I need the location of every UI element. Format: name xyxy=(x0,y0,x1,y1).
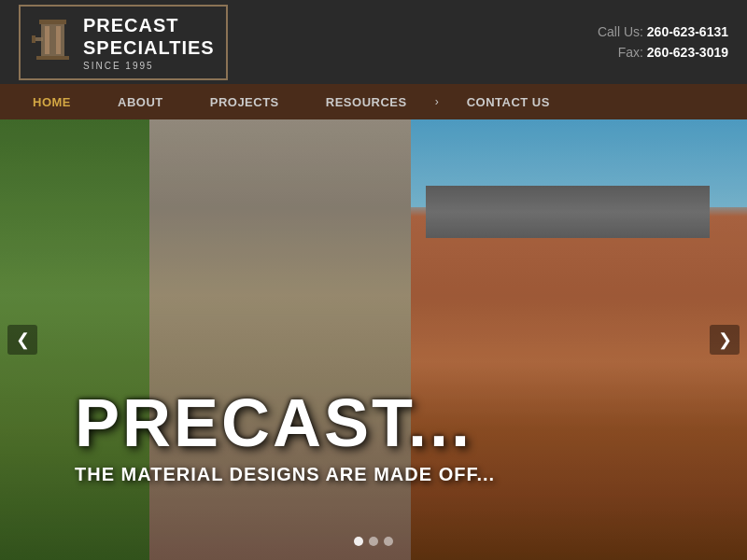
svg-rect-1 xyxy=(45,26,49,54)
nav-item-about[interactable]: ABOUT xyxy=(94,84,187,119)
svg-rect-0 xyxy=(41,21,64,59)
slider-dot-3[interactable] xyxy=(384,537,393,546)
svg-rect-3 xyxy=(39,20,66,24)
main-nav: HOME ABOUT PROJECTS RESOURCES › CONTACT … xyxy=(0,84,747,119)
slider-dot-1[interactable] xyxy=(354,537,363,546)
site-header: Precast Specialties Since 1995 Call Us: … xyxy=(0,0,747,84)
slider-dot-2[interactable] xyxy=(369,537,378,546)
phone-line: Call Us: 260-623-6131 xyxy=(598,21,728,42)
fax-line: Fax: 260-623-3019 xyxy=(598,42,728,63)
nav-item-home[interactable]: HOME xyxy=(9,84,94,119)
hero-slider: PRECAST... THE MATERIAL DESIGNS ARE MADE… xyxy=(0,119,747,560)
svg-rect-6 xyxy=(32,35,35,43)
fax-label: Fax: xyxy=(618,45,643,60)
slider-dots xyxy=(354,537,393,546)
nav-item-contact[interactable]: CONTACT US xyxy=(444,84,573,119)
hero-overlay xyxy=(0,119,747,560)
company-name: Precast Specialties xyxy=(83,14,215,59)
resources-arrow-icon: › xyxy=(430,95,444,108)
fax-number: 260-623-3019 xyxy=(647,45,728,60)
call-label: Call Us: xyxy=(598,24,643,39)
slider-prev-button[interactable]: ❮ xyxy=(7,325,37,355)
svg-rect-4 xyxy=(36,56,69,60)
svg-rect-2 xyxy=(56,26,61,54)
nav-item-projects[interactable]: PROJECTS xyxy=(187,84,303,119)
hero-text-block: PRECAST... THE MATERIAL DESIGNS ARE MADE… xyxy=(75,389,495,485)
logo-icon xyxy=(32,17,74,68)
nav-item-resources[interactable]: RESOURCES xyxy=(303,84,430,119)
logo-area: Precast Specialties Since 1995 xyxy=(19,5,228,80)
slider-next-button[interactable]: ❯ xyxy=(710,325,740,355)
hero-title: PRECAST... xyxy=(75,389,495,456)
phone-number: 260-623-6131 xyxy=(647,24,728,39)
contact-info: Call Us: 260-623-6131 Fax: 260-623-3019 xyxy=(598,21,728,63)
since-label: Since 1995 xyxy=(83,61,215,71)
hero-subtitle: THE MATERIAL DESIGNS ARE MADE OFF... xyxy=(75,464,495,485)
logo-box[interactable]: Precast Specialties Since 1995 xyxy=(19,5,228,80)
logo-text: Precast Specialties Since 1995 xyxy=(83,14,215,71)
